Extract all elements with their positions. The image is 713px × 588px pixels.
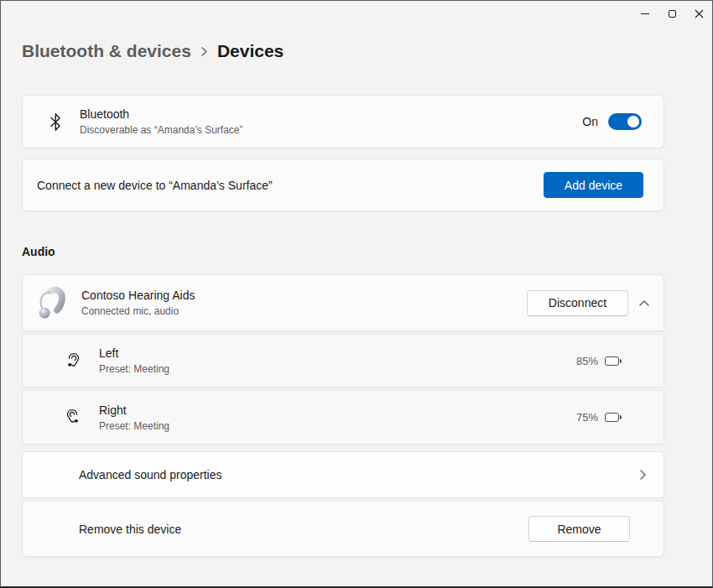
- page-title: Devices: [217, 41, 284, 61]
- remove-button[interactable]: Remove: [528, 516, 630, 542]
- device-title: Contoso Hearing Aids: [81, 288, 527, 304]
- advanced-sound-properties-row[interactable]: Advanced sound properties: [22, 451, 664, 498]
- close-icon: [695, 9, 704, 18]
- maximize-icon: [669, 10, 676, 18]
- toggle-knob: [627, 116, 639, 127]
- audio-section-header: Audio: [22, 245, 664, 262]
- left-title: Left: [99, 346, 576, 362]
- right-battery-status: 75%: [576, 411, 619, 424]
- advanced-sound-label: Advanced sound properties: [79, 468, 639, 481]
- battery-icon: [605, 413, 619, 422]
- left-battery-percent: 85%: [576, 355, 598, 367]
- bluetooth-card: Bluetooth Discoverable as “Amanda’s Surf…: [22, 95, 664, 148]
- right-battery-percent: 75%: [576, 411, 598, 424]
- connect-device-card: Connect a new device to “Amanda’s Surfac…: [22, 159, 664, 211]
- bluetooth-title: Bluetooth: [80, 107, 582, 122]
- right-title: Right: [99, 403, 576, 419]
- chevron-up-icon[interactable]: [638, 299, 650, 307]
- connect-device-label: Connect a new device to “Amanda’s Surfac…: [37, 179, 544, 192]
- titlebar: [1, 1, 712, 26]
- left-battery-status: 85%: [576, 355, 619, 367]
- breadcrumb-parent[interactable]: Bluetooth & devices: [22, 41, 191, 61]
- bluetooth-icon: [49, 112, 62, 132]
- remove-device-row: Remove this device Remove: [22, 501, 664, 557]
- hearing-aid-right-row: Right Preset: Meeting 75%: [22, 390, 664, 445]
- hearing-aid-icon: [35, 284, 67, 321]
- add-device-button[interactable]: Add device: [544, 172, 643, 198]
- device-subtitle: Connected mic, audio: [81, 304, 527, 318]
- left-subtitle: Preset: Meeting: [99, 362, 576, 376]
- bluetooth-subtitle: Discoverable as “Amanda’s Surface”: [80, 123, 582, 137]
- minimize-button[interactable]: [632, 1, 658, 26]
- breadcrumb: Bluetooth & devices Devices: [22, 37, 664, 65]
- battery-icon: [605, 356, 619, 366]
- remove-device-label: Remove this device: [79, 523, 528, 536]
- right-subtitle: Preset: Meeting: [99, 419, 576, 433]
- chevron-right-icon: [639, 469, 647, 481]
- close-button[interactable]: [685, 1, 712, 26]
- hearing-aids-row[interactable]: Contoso Hearing Aids Connected mic, audi…: [22, 274, 664, 331]
- minimize-icon: [641, 13, 649, 14]
- hearing-aid-left-row: Left Preset: Meeting 85%: [22, 334, 664, 388]
- toggle-state-label: On: [582, 115, 598, 128]
- chevron-right-icon: [200, 45, 209, 58]
- maximize-button[interactable]: [658, 1, 685, 26]
- right-ear-icon: [65, 408, 81, 426]
- left-ear-icon: [65, 352, 81, 370]
- bluetooth-toggle[interactable]: [608, 113, 642, 130]
- disconnect-button[interactable]: Disconnect: [527, 290, 628, 316]
- settings-window: Bluetooth & devices Devices Bluetooth Di…: [0, 0, 713, 588]
